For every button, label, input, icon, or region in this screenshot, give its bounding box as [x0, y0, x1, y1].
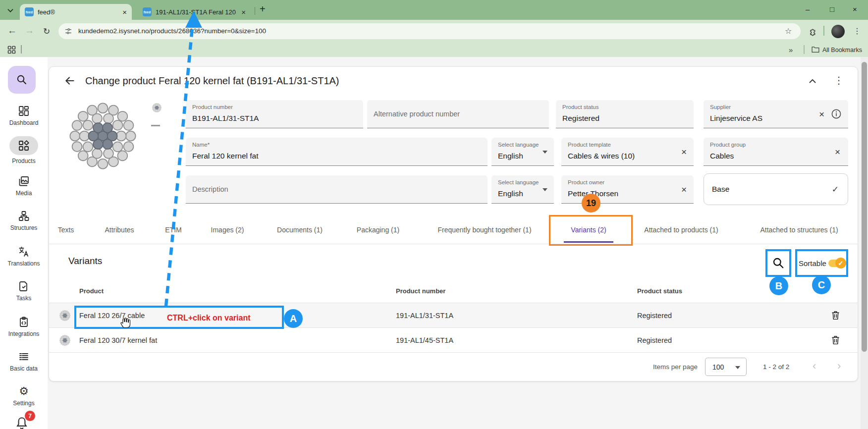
- sidebar-item-dashboard[interactable]: Dashboard: [0, 105, 48, 126]
- base-field[interactable]: Base ✓: [704, 173, 848, 205]
- field-label: Supplier: [710, 104, 731, 110]
- tab-title: 191-AL1/31-ST1A Feral 120 26/: [156, 8, 237, 16]
- tab-frequently-bought-together[interactable]: Frequently bought together (1): [437, 215, 531, 244]
- language-select-description[interactable]: Select language English: [491, 175, 554, 204]
- browser-tab-variant[interactable]: feed 191-AL1/31-ST1A Feral 120 26/ ×: [139, 4, 250, 20]
- description-field[interactable]: Description: [186, 175, 488, 204]
- product-image-thumbnail[interactable]: [152, 103, 162, 112]
- field-value: English: [498, 152, 523, 161]
- bookmarks-overflow-icon[interactable]: »: [789, 46, 793, 54]
- product-number-field[interactable]: Product number B191-AL1/31-ST1A: [186, 100, 363, 128]
- annotation-blue-box-sortable: [795, 249, 848, 277]
- name-field[interactable]: Name* Feral 120 kernel fat: [186, 138, 488, 166]
- active-item-pill: [9, 136, 38, 155]
- scrollbar-thumb[interactable]: [862, 62, 867, 352]
- product-group-field[interactable]: Product group Cables ×: [704, 138, 848, 166]
- tab-texts[interactable]: Texts: [58, 215, 74, 244]
- browser-tab-active[interactable]: feed feed® ×: [20, 4, 132, 20]
- window-minimize-button[interactable]: –: [806, 5, 810, 13]
- clear-icon[interactable]: ×: [835, 147, 840, 157]
- clear-icon[interactable]: ×: [681, 185, 687, 194]
- delete-icon[interactable]: [830, 335, 841, 345]
- field-value: Linjeservice AS: [710, 114, 762, 123]
- dropdown-caret-icon: [542, 151, 547, 154]
- delete-icon[interactable]: [830, 310, 841, 321]
- collapse-button[interactable]: [807, 75, 818, 87]
- structures-icon: [18, 210, 30, 222]
- window-maximize-button[interactable]: □: [830, 5, 834, 13]
- window-close-button[interactable]: ×: [853, 5, 857, 13]
- apps-grid-icon[interactable]: [7, 46, 16, 54]
- variant-thumbnail: [59, 310, 70, 321]
- tab-attached-to-products[interactable]: Attached to products (1): [644, 215, 718, 244]
- clear-icon[interactable]: ×: [681, 147, 687, 157]
- tab-search-button[interactable]: [5, 5, 16, 16]
- field-label: Alternative product number: [374, 110, 460, 118]
- back-button[interactable]: [63, 74, 76, 87]
- sidebar-item-label: Structures: [10, 224, 38, 231]
- supplier-field[interactable]: Supplier Linjeservice AS ×: [704, 100, 848, 128]
- variant-product-number: 191-AL1/45-ST1A: [396, 336, 453, 344]
- variant-product-name[interactable]: Feral 120 30/7 kernel fat: [79, 336, 157, 344]
- tab-images[interactable]: Images (2): [211, 215, 244, 244]
- variant-product-status: Registered: [637, 336, 672, 344]
- sidebar-search-button[interactable]: [8, 66, 36, 94]
- tab-packaging[interactable]: Packaging (1): [357, 215, 399, 244]
- browser-menu-icon[interactable]: ⋮: [853, 26, 861, 36]
- tab-close-icon[interactable]: ×: [241, 8, 246, 16]
- tab-attached-to-structures[interactable]: Attached to structures (1): [760, 215, 838, 244]
- field-label: Select language: [498, 142, 539, 148]
- sidebar-item-translations[interactable]: Translations: [0, 246, 48, 267]
- product-owner-field[interactable]: Product owner Petter Thorsen ×: [561, 175, 694, 204]
- sidebar-item-products[interactable]: Products: [0, 136, 48, 164]
- sidebar-item-basic-data[interactable]: Basic data: [0, 351, 48, 372]
- language-select-name[interactable]: Select language English: [491, 138, 554, 166]
- sidebar-item-tasks[interactable]: Tasks: [0, 280, 48, 302]
- cursor-pointer-icon: [119, 316, 132, 329]
- sidebar-item-label: Tasks: [16, 295, 32, 302]
- sidebar-item-integrations[interactable]: Integrations: [0, 316, 48, 337]
- next-page-icon[interactable]: ›: [837, 360, 841, 373]
- image-thumbnail-dash[interactable]: [151, 125, 160, 126]
- annotation-orange-box-variants-tab: [549, 215, 633, 246]
- dashboard-icon: [18, 105, 30, 117]
- tab-close-icon[interactable]: ×: [122, 8, 127, 16]
- page-size-select[interactable]: 100: [705, 358, 747, 376]
- tab-documents[interactable]: Documents (1): [277, 215, 323, 244]
- field-value: Registered: [562, 114, 599, 123]
- profile-avatar[interactable]: [831, 25, 845, 38]
- tab-attributes[interactable]: Attributes: [105, 215, 134, 244]
- product-template-field[interactable]: Product template Cables & wires (10) ×: [561, 138, 694, 166]
- back-icon[interactable]: ←: [7, 25, 17, 36]
- prev-page-icon[interactable]: ‹: [813, 360, 816, 373]
- field-label: Product owner: [568, 179, 604, 185]
- base-value: Base: [712, 185, 729, 194]
- extensions-icon[interactable]: [809, 27, 818, 36]
- site-settings-icon[interactable]: [64, 27, 72, 35]
- tab-etim[interactable]: ETIM: [165, 215, 181, 244]
- all-bookmarks-button[interactable]: All Bookmarks: [822, 47, 862, 54]
- bookmark-star-icon[interactable]: ☆: [785, 26, 792, 36]
- column-header-product-number[interactable]: Product number: [396, 279, 445, 303]
- field-label: Product number: [192, 104, 233, 110]
- field-label: Product status: [562, 104, 599, 110]
- column-header-product-status[interactable]: Product status: [637, 279, 682, 303]
- alternative-product-number-field[interactable]: Alternative product number: [367, 100, 549, 128]
- column-header-product[interactable]: Product: [79, 279, 104, 303]
- sidebar-item-label: Basic data: [10, 365, 38, 372]
- info-icon[interactable]: [830, 108, 842, 120]
- url-text[interactable]: kundedemo2.isysnet.no/products/268036?nu…: [78, 27, 266, 35]
- product-status-field[interactable]: Product status Registered: [556, 100, 694, 128]
- forward-icon[interactable]: →: [25, 25, 34, 36]
- sidebar-item-structures[interactable]: Structures: [0, 210, 48, 231]
- sidebar-item-settings[interactable]: ⚙ Settings: [0, 385, 48, 407]
- new-tab-button[interactable]: +: [260, 3, 266, 15]
- tasks-icon: [18, 280, 30, 292]
- clear-icon[interactable]: ×: [819, 109, 824, 119]
- reload-icon[interactable]: ↻: [43, 26, 50, 37]
- card-menu-icon[interactable]: ⋮: [834, 74, 844, 86]
- toolbar-divider: [823, 26, 824, 36]
- sidebar-item-media[interactable]: Media: [0, 175, 48, 197]
- tab-divider: [255, 7, 255, 15]
- tabs-divider: [49, 244, 858, 244]
